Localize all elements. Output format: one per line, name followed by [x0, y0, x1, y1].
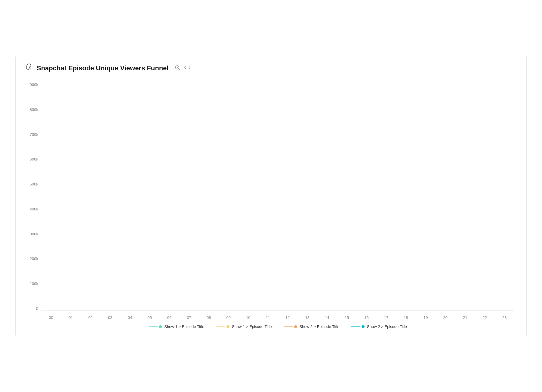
y-label-100k: 100k [25, 281, 41, 286]
x-label-08: 08 [199, 315, 219, 320]
svg-point-68 [266, 233, 269, 235]
x-axis: 00 01 02 03 04 05 06 07 08 09 10 11 12 1… [41, 315, 514, 320]
code-icon[interactable] [184, 64, 191, 72]
plot-area [41, 82, 514, 311]
svg-point-39 [122, 248, 125, 251]
svg-point-70 [307, 234, 310, 236]
legend-item-2: Show 1 > Episode Title [216, 324, 272, 329]
y-label-400k: 400k [25, 207, 41, 211]
chart-card: Snapchat Episode Unique Viewers Funnel 9… [15, 54, 527, 338]
svg-point-88 [287, 184, 289, 186]
svg-point-89 [307, 183, 310, 186]
svg-point-41 [163, 255, 166, 257]
svg-point-71 [328, 233, 330, 235]
svg-point-63 [163, 208, 166, 211]
legend-line-1 [149, 326, 158, 327]
x-label-10: 10 [238, 315, 258, 320]
svg-point-37 [81, 243, 84, 246]
svg-point-30 [431, 303, 433, 305]
svg-point-74 [390, 273, 392, 275]
legend-dot-2 [226, 325, 229, 328]
svg-point-46 [266, 273, 269, 275]
y-label-500k: 500k [25, 182, 41, 186]
svg-point-35 [40, 211, 42, 213]
svg-point-43 [205, 262, 207, 265]
svg-point-34 [513, 303, 516, 305]
svg-point-48 [307, 274, 310, 276]
x-label-16: 16 [357, 315, 377, 320]
x-label-23: 23 [495, 315, 515, 320]
y-label-700k: 700k [25, 132, 41, 137]
svg-point-57 [40, 119, 42, 121]
svg-point-64 [184, 220, 186, 223]
x-label-00: 00 [41, 315, 61, 320]
svg-point-45 [246, 264, 248, 267]
svg-point-11 [40, 252, 42, 254]
svg-point-78 [81, 143, 84, 146]
svg-point-18 [184, 300, 186, 302]
svg-point-61 [122, 204, 125, 206]
y-label-900k: 900k [25, 82, 41, 87]
svg-point-52 [390, 292, 392, 294]
x-label-11: 11 [258, 315, 278, 320]
x-label-02: 02 [81, 315, 100, 320]
svg-point-83 [184, 174, 186, 177]
x-label-14: 14 [317, 315, 337, 320]
x-label-07: 07 [179, 315, 199, 320]
svg-point-81 [143, 166, 145, 168]
svg-point-67 [246, 220, 248, 223]
svg-point-53 [410, 293, 413, 295]
svg-point-15 [122, 294, 125, 296]
legend-label-1: Show 1 > Episode Title [164, 324, 204, 329]
x-label-21: 21 [455, 315, 475, 320]
svg-point-29 [410, 303, 413, 305]
chart-svg [41, 82, 514, 311]
svg-point-17 [163, 300, 166, 302]
x-label-06: 06 [159, 315, 179, 320]
svg-point-12 [60, 286, 63, 289]
svg-point-76 [40, 92, 42, 94]
chart-area: 900k 800k 700k 600k 500k 400k 300k 200k … [25, 82, 514, 329]
svg-point-51 [369, 292, 371, 294]
svg-point-55 [451, 295, 454, 297]
svg-point-13 [81, 289, 84, 292]
legend-label-2: Show 1 > Episode Title [232, 324, 272, 329]
svg-point-36 [60, 245, 63, 247]
svg-point-82 [163, 170, 166, 173]
svg-point-28 [390, 303, 392, 305]
y-label-800k: 800k [25, 107, 41, 112]
svg-point-32 [472, 303, 474, 305]
y-label-600k: 600k [25, 157, 41, 161]
svg-point-58 [60, 164, 63, 167]
svg-point-20 [225, 302, 228, 304]
svg-point-56 [472, 295, 474, 297]
x-label-01: 01 [61, 315, 81, 320]
svg-point-49 [328, 273, 330, 275]
x-label-22: 22 [475, 315, 495, 320]
svg-point-60 [102, 204, 104, 206]
svg-point-24 [307, 303, 310, 305]
chart-title: Snapchat Episode Unique Viewers Funnel [37, 64, 168, 72]
chart-header: Snapchat Episode Unique Viewers Funnel [25, 63, 514, 73]
svg-point-21 [246, 302, 248, 304]
x-label-09: 09 [219, 315, 239, 320]
svg-point-27 [369, 303, 371, 305]
legend-item-4: Show 2 > Episode Title [351, 324, 407, 329]
svg-point-86 [246, 183, 248, 186]
svg-point-73 [369, 262, 371, 265]
svg-point-87 [266, 183, 269, 186]
legend-line-2 [216, 326, 225, 327]
x-label-12: 12 [278, 315, 298, 320]
search-settings-icon[interactable] [174, 65, 180, 72]
svg-point-25 [328, 303, 330, 305]
svg-point-22 [266, 302, 269, 305]
svg-point-16 [143, 298, 145, 301]
svg-point-90 [328, 183, 330, 186]
svg-point-50 [349, 283, 351, 285]
svg-point-19 [205, 301, 207, 303]
svg-point-79 [102, 154, 104, 156]
svg-point-59 [81, 191, 84, 193]
x-label-13: 13 [297, 315, 317, 320]
legend-dot-3 [294, 325, 297, 328]
y-label-300k: 300k [25, 232, 41, 236]
